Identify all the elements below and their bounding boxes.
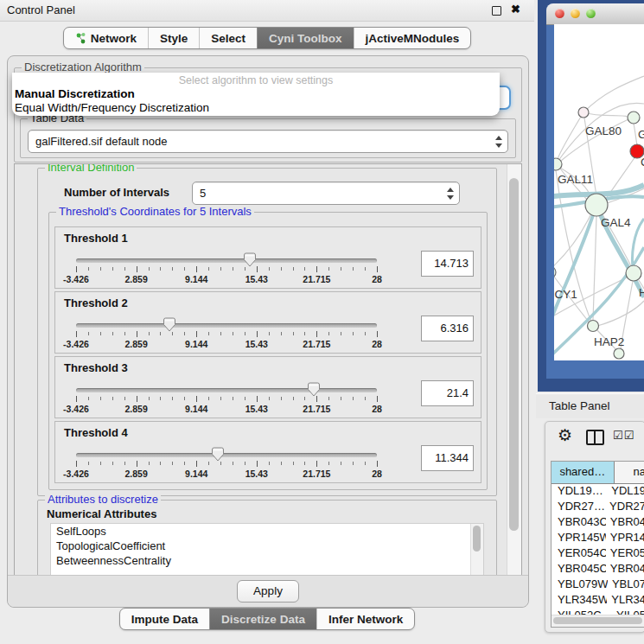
tick: [196, 266, 197, 272]
network-node-gcy1[interactable]: [554, 266, 556, 278]
tab-impute-data[interactable]: Impute Data: [120, 609, 209, 629]
cell-shared-name: YLR345W: [552, 593, 607, 609]
slider-ticks: [76, 461, 377, 468]
network-edge[interactable]: [558, 112, 583, 159]
split-view-icon[interactable]: [586, 430, 604, 445]
scale-label: 2.859: [124, 339, 147, 349]
attribute-item-topologicalcoefficient[interactable]: TopologicalCoefficient: [51, 539, 483, 553]
tick: [328, 462, 329, 465]
network-node-gal80[interactable]: [578, 107, 589, 118]
tick: [112, 462, 113, 465]
minimize-traffic-light-icon[interactable]: [571, 9, 580, 18]
table-row[interactable]: YBR045CYBR04: [552, 562, 644, 577]
tab-style[interactable]: Style: [148, 28, 199, 48]
tick: [196, 396, 197, 402]
interval-definition-title: Interval Definition: [45, 163, 137, 174]
cyni-toolbox-panel: Discretization Algorithm Table Data galF…: [7, 55, 529, 608]
tick: [184, 267, 185, 271]
table-row[interactable]: YER054CYER05: [552, 546, 644, 562]
scale-label: 2.859: [124, 469, 147, 479]
threshold-value-field[interactable]: 21.4: [421, 380, 474, 406]
column-header-name[interactable]: na: [615, 462, 644, 483]
close-icon[interactable]: ✖: [511, 3, 520, 16]
slider-thumb[interactable]: [211, 447, 224, 462]
number-of-intervals-combo[interactable]: 5: [192, 182, 460, 205]
threshold-value-field[interactable]: 14.713: [421, 251, 474, 277]
network-edge[interactable]: [593, 216, 596, 320]
attribute-item-betweennesscentrality[interactable]: BetweennessCentrality: [51, 553, 483, 568]
combo-spinner-icon: [494, 136, 502, 148]
slider-track[interactable]: [76, 258, 377, 263]
network-edge[interactable]: [583, 76, 644, 112]
network-node-h[interactable]: [626, 265, 641, 281]
slider-track[interactable]: [76, 453, 377, 457]
table-row[interactable]: YPR145WYPR14: [552, 531, 644, 546]
slider-ticks: [76, 331, 377, 338]
threshold-value-field[interactable]: 6.316: [421, 316, 474, 341]
network-node[interactable]: [614, 348, 624, 359]
tick: [208, 397, 209, 400]
table-hscrollbar[interactable]: [552, 615, 644, 627]
table-row[interactable]: YBR043CYBR04: [552, 515, 644, 531]
threshold-slider[interactable]: -3.4262.8599.14415.4321.71528: [76, 450, 377, 480]
float-window-icon[interactable]: [492, 6, 501, 16]
network-edge-highlighted[interactable]: [554, 205, 596, 325]
slider-thumb[interactable]: [243, 252, 256, 267]
table-row[interactable]: YDL19…YDL19: [552, 484, 644, 500]
tab-infer-network[interactable]: Infer Network: [316, 609, 414, 629]
table-row[interactable]: YLR345WYLR34: [552, 593, 644, 609]
slider-thumb[interactable]: [163, 317, 175, 332]
tab-discretize-data[interactable]: Discretize Data: [209, 609, 316, 629]
tick: [160, 267, 161, 271]
tab-select[interactable]: Select: [199, 28, 257, 48]
network-edge[interactable]: [634, 124, 637, 145]
network-node-hap2[interactable]: [588, 321, 599, 332]
threshold-value-field[interactable]: 11.344: [421, 445, 474, 471]
cell-name: YBR04: [606, 515, 644, 531]
tab-cyni-toolbox[interactable]: Cyni Toolbox: [257, 28, 354, 48]
tick: [233, 462, 233, 465]
zoom-traffic-light-icon[interactable]: [586, 9, 596, 18]
tab-label: Select: [211, 32, 245, 45]
tick: [233, 332, 233, 335]
tick: [377, 396, 378, 402]
threshold-slider[interactable]: -3.4262.8599.14415.4321.71528: [76, 321, 377, 350]
threshold-slider[interactable]: -3.4262.8599.14415.4321.71528: [76, 386, 377, 415]
slider-track[interactable]: [76, 323, 377, 328]
apply-button[interactable]: Apply: [237, 580, 299, 603]
attributes-group: Attributes to discretize Numerical Attri…: [37, 500, 497, 576]
threshold-slider[interactable]: -3.4262.8599.14415.4321.71528: [76, 256, 377, 285]
menu-item-manual-discretization[interactable]: Manual Discretization: [15, 87, 497, 100]
list-scrollbar[interactable]: [470, 524, 483, 576]
cell-shared-name: YBR043C: [552, 515, 606, 531]
table-row[interactable]: YBL079WYBL07: [552, 577, 644, 593]
numerical-attributes-list[interactable]: SelfLoopsTopologicalCoefficientBetweenne…: [50, 523, 484, 576]
attributes-group-title: Attributes to discretize: [45, 494, 161, 506]
tick: [88, 267, 89, 271]
tick: [100, 332, 101, 335]
network-node-ga[interactable]: [628, 112, 640, 124]
settings-gear-icon[interactable]: ⚙: [558, 425, 572, 445]
attribute-item-selfloops[interactable]: SelfLoops: [51, 524, 483, 539]
network-node-label: HAP2: [594, 335, 624, 348]
scale-label: 9.144: [185, 274, 207, 284]
table-row[interactable]: YDR27…YDR27: [552, 500, 644, 515]
network-node-gal4[interactable]: [585, 194, 608, 216]
menu-item-equal-width-frequency-discretization[interactable]: Equal Width/Frequency Discretization: [15, 101, 497, 114]
network-canvas[interactable]: GAL80GACGAL11GAL4GCY1HHAP2: [554, 24, 644, 360]
tick: [341, 332, 341, 335]
tab-jactivemnodules[interactable]: jActiveMNodules: [354, 28, 471, 48]
tick: [245, 462, 245, 465]
close-traffic-light-icon[interactable]: [555, 9, 564, 18]
tick: [233, 267, 233, 271]
checkbox-icons[interactable]: ☑☑: [613, 429, 634, 442]
network-node-gal11[interactable]: [554, 158, 562, 170]
slider-thumb[interactable]: [307, 382, 320, 397]
table-data-combo[interactable]: galFiltered.sif default node: [28, 130, 508, 153]
threshold-panel: Threshold 3 -3.4262.8599.14415.4321.7152…: [54, 356, 481, 418]
column-header-shared-name[interactable]: shared…: [552, 462, 615, 483]
tab-network[interactable]: Network: [64, 28, 148, 48]
tick: [365, 267, 366, 271]
slider-track[interactable]: [76, 388, 377, 392]
settings-scrollbar[interactable]: [507, 164, 521, 575]
